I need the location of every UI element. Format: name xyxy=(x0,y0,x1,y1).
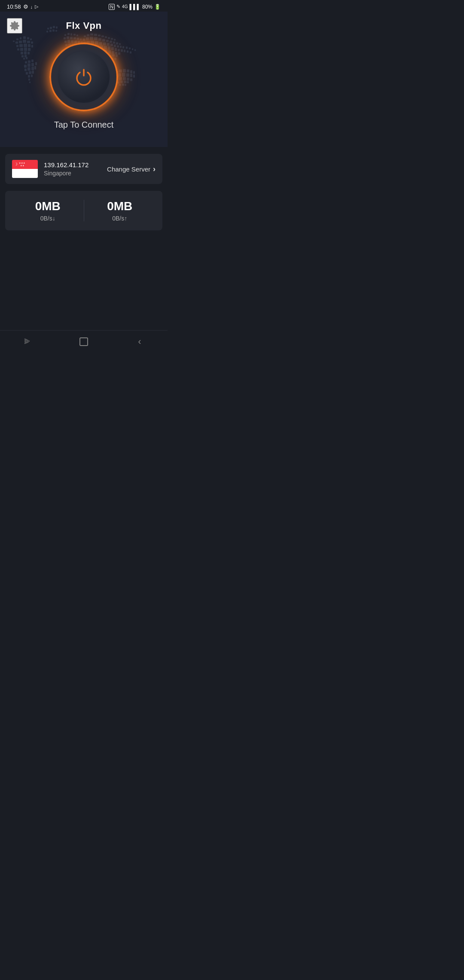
change-server-button[interactable]: Change Server › xyxy=(107,165,156,174)
power-button[interactable] xyxy=(49,43,118,111)
svg-rect-55 xyxy=(80,39,82,40)
recent-apps-button[interactable]: ⫸ xyxy=(15,333,41,350)
download-stat: 0MB 0B/s↓ xyxy=(12,199,84,222)
server-card[interactable]: ☽ ★★ ★★ ★ 139.162.41.172 Singapore Chang… xyxy=(5,154,162,184)
flag-bottom-half xyxy=(12,169,38,178)
download-mb: 0MB xyxy=(12,199,84,213)
status-right: N ✎ 4G ▌▌▌ 80% 🔋 xyxy=(109,4,161,10)
signal-icon: ▌▌▌ xyxy=(129,4,140,10)
back-button[interactable]: ‹ xyxy=(127,333,153,350)
svg-rect-102 xyxy=(114,39,116,41)
status-bar: 10:58 ⚙ ↓ ▷ N ✎ 4G ▌▌▌ 80% 🔋 xyxy=(0,0,168,12)
svg-rect-5 xyxy=(30,39,32,40)
network-type-icon: 4G xyxy=(122,4,128,9)
server-ip: 139.162.41.172 xyxy=(44,161,107,168)
play-status-icon: ▷ xyxy=(35,4,38,9)
svg-rect-108 xyxy=(102,39,105,42)
back-icon: ‹ xyxy=(138,336,141,347)
bottom-navigation: ⫸ ‹ xyxy=(0,330,168,352)
svg-rect-1 xyxy=(16,39,18,40)
upload-speed: 0B/s↑ xyxy=(84,215,156,222)
svg-rect-103 xyxy=(83,39,85,41)
chevron-right-icon: › xyxy=(153,165,156,174)
edit-icon: ✎ xyxy=(116,4,120,9)
home-icon xyxy=(79,337,88,346)
battery-icon: 🔋 xyxy=(154,4,161,10)
singapore-flag: ☽ ★★ ★★ ★ xyxy=(12,160,38,178)
hero-section: Flx Vpn Tap To Connect xyxy=(0,12,168,147)
crescent-moon: ☽ xyxy=(14,162,18,166)
app-title: Flx Vpn xyxy=(66,20,102,31)
nfc-icon: N xyxy=(109,4,115,10)
download-speed: 0B/s↓ xyxy=(12,215,84,222)
svg-rect-0 xyxy=(13,41,15,42)
recent-apps-icon: ⫸ xyxy=(24,337,32,346)
status-left: 10:58 ⚙ ↓ ▷ xyxy=(7,3,38,10)
download-status-icon: ↓ xyxy=(31,4,33,9)
flag-stars: ★★ ★★ ★ xyxy=(19,162,25,167)
settings-button[interactable] xyxy=(7,18,22,34)
settings-status-icon: ⚙ xyxy=(23,3,28,10)
app-title-bar: Flx Vpn xyxy=(0,20,168,38)
tap-to-connect-text: Tap To Connect xyxy=(0,120,168,134)
svg-rect-109 xyxy=(106,40,109,42)
power-button-inner xyxy=(58,51,110,103)
time: 10:58 xyxy=(7,3,21,10)
stats-card: 0MB 0B/s↓ 0MB 0B/s↑ xyxy=(5,191,162,230)
power-button-container xyxy=(0,43,168,111)
upload-stat: 0MB 0B/s↑ xyxy=(84,199,156,222)
flag-container: ☽ ★★ ★★ ★ xyxy=(12,160,38,178)
change-server-label: Change Server xyxy=(107,165,150,173)
svg-rect-101 xyxy=(111,38,113,40)
home-button[interactable] xyxy=(71,333,97,350)
server-location: Singapore xyxy=(44,170,107,177)
upload-mb: 0MB xyxy=(84,199,156,213)
server-info: 139.162.41.172 Singapore xyxy=(44,161,107,177)
flag-top-half: ☽ ★★ ★★ ★ xyxy=(12,160,38,169)
battery: 80% xyxy=(142,4,153,10)
svg-rect-107 xyxy=(98,38,101,41)
